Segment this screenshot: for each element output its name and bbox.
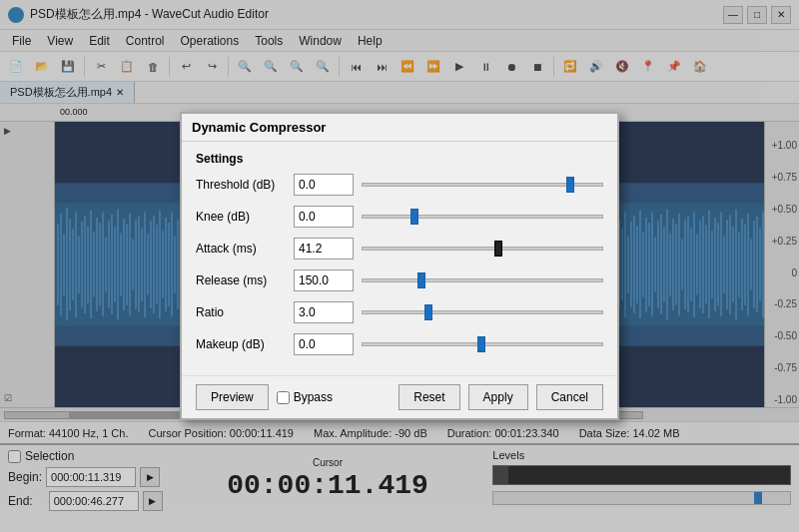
makeup-row: Makeup (dB) — [196, 333, 603, 355]
dialog-footer: Preview Bypass Reset Apply Cancel — [182, 375, 617, 418]
knee-slider[interactable] — [362, 215, 603, 219]
settings-label: Settings — [196, 152, 603, 166]
reset-button[interactable]: Reset — [399, 384, 459, 410]
apply-button[interactable]: Apply — [468, 384, 528, 410]
makeup-thumb[interactable] — [477, 336, 485, 352]
release-row: Release (ms) — [196, 269, 603, 291]
attack-label: Attack (ms) — [196, 242, 286, 256]
makeup-input[interactable] — [294, 333, 354, 355]
dynamic-compressor-dialog: Dynamic Compressor Settings Threshold (d… — [180, 112, 619, 420]
attack-input[interactable] — [294, 238, 354, 260]
release-label: Release (ms) — [196, 273, 286, 287]
knee-label: Knee (dB) — [196, 210, 286, 224]
threshold-input[interactable] — [294, 174, 354, 196]
knee-thumb[interactable] — [410, 209, 418, 225]
bypass-label: Bypass — [294, 390, 333, 404]
threshold-label: Threshold (dB) — [196, 178, 286, 192]
threshold-slider[interactable] — [362, 183, 603, 187]
makeup-label: Makeup (dB) — [196, 337, 286, 351]
preview-button[interactable]: Preview — [196, 384, 269, 410]
release-input[interactable] — [294, 269, 354, 291]
threshold-row: Threshold (dB) — [196, 174, 603, 196]
modal-overlay: Dynamic Compressor Settings Threshold (d… — [0, 0, 799, 532]
ratio-input[interactable] — [294, 301, 354, 323]
ratio-thumb[interactable] — [424, 304, 432, 320]
makeup-slider[interactable] — [362, 342, 603, 346]
attack-slider[interactable] — [362, 247, 603, 251]
bypass-checkbox[interactable] — [277, 391, 290, 404]
dialog-title: Dynamic Compressor — [182, 114, 617, 142]
release-thumb[interactable] — [417, 272, 425, 288]
attack-row: Attack (ms) — [196, 238, 603, 260]
ratio-row: Ratio — [196, 301, 603, 323]
bypass-check: Bypass — [277, 390, 333, 404]
cancel-button[interactable]: Cancel — [536, 384, 603, 410]
knee-input[interactable] — [294, 206, 354, 228]
release-slider[interactable] — [362, 278, 603, 282]
knee-row: Knee (dB) — [196, 206, 603, 228]
attack-thumb[interactable] — [494, 241, 502, 257]
threshold-thumb[interactable] — [566, 177, 574, 193]
ratio-label: Ratio — [196, 305, 286, 319]
dialog-body: Settings Threshold (dB) Knee (dB) Attack — [182, 142, 617, 375]
ratio-slider[interactable] — [362, 310, 603, 314]
